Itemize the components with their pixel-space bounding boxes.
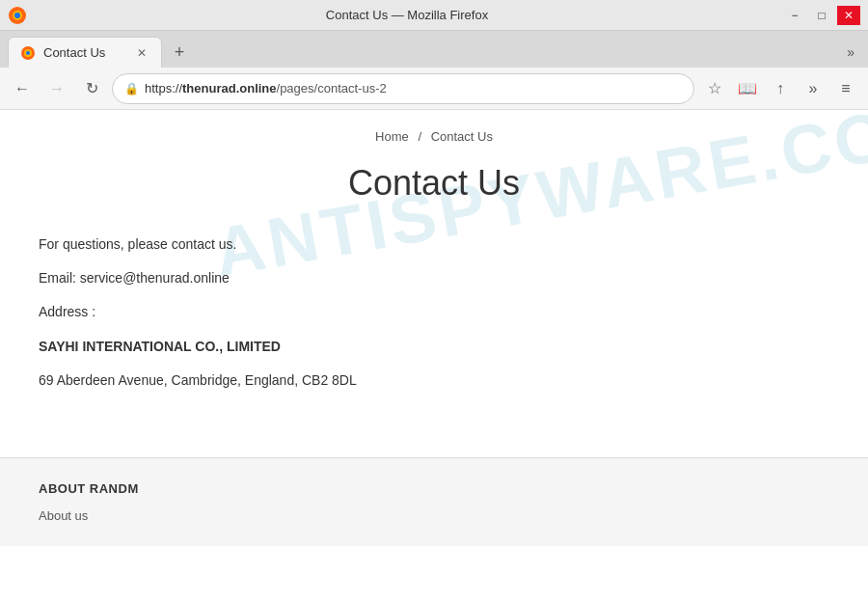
extensions-button[interactable]: » — [799, 74, 827, 103]
navbar: ← → ↻ 🔒 https://thenurad.online/pages/co… — [0, 68, 868, 110]
reload-button[interactable]: ↻ — [77, 74, 106, 103]
tab-expand-button[interactable]: » — [841, 41, 860, 64]
svg-point-5 — [26, 51, 30, 55]
menu-button[interactable]: ≡ — [831, 74, 860, 103]
active-tab[interactable]: Contact Us ✕ — [8, 37, 162, 68]
maximize-button[interactable]: □ — [810, 6, 833, 25]
page-main: ANTISPYWARE.COM Home / Contact Us Contac… — [0, 110, 868, 457]
titlebar: Contact Us — Mozilla Firefox − □ ✕ — [0, 0, 868, 31]
forward-button[interactable]: → — [42, 74, 71, 103]
pocket-button[interactable]: 📖 — [733, 74, 762, 103]
company-address: 69 Aberdeen Avenue, Cambridge, England, … — [39, 369, 829, 393]
address-url: https://thenurad.online/pages/contact-us… — [145, 81, 682, 96]
breadcrumb-home[interactable]: Home — [375, 129, 409, 144]
contact-email: Email: service@thenurad.online — [39, 266, 829, 290]
page-footer: ABOUT RANDM About us — [0, 457, 868, 546]
nav-actions: ☆ 📖 ↑ » ≡ — [700, 74, 860, 103]
url-protocol: https:// — [145, 81, 182, 96]
browser-content: ANTISPYWARE.COM Home / Contact Us Contac… — [0, 110, 868, 601]
email-value: service@thenurad.online — [80, 270, 230, 286]
breadcrumb-current: Contact Us — [431, 129, 493, 144]
page-heading: Contact Us — [39, 163, 829, 204]
lock-icon: 🔒 — [124, 82, 139, 96]
new-tab-button[interactable]: + — [166, 39, 193, 66]
url-path: /pages/contact-us-2 — [277, 81, 387, 96]
footer-about-us-link[interactable]: About us — [39, 508, 88, 523]
breadcrumb: Home / Contact Us — [39, 129, 829, 144]
tab-title: Contact Us — [43, 45, 126, 60]
firefox-logo-icon — [8, 6, 27, 25]
window-controls: − □ ✕ — [783, 6, 860, 25]
footer-section-title: ABOUT RANDM — [39, 481, 829, 496]
intro-text: For questions, please contact us. — [39, 232, 829, 257]
contact-body: For questions, please contact us. Email:… — [39, 232, 829, 393]
close-button[interactable]: ✕ — [837, 6, 860, 25]
window-title: Contact Us — Mozilla Firefox — [31, 8, 783, 22]
address-bar[interactable]: 🔒 https://thenurad.online/pages/contact-… — [112, 73, 694, 104]
email-label: Email: — [39, 270, 76, 286]
tab-close-button[interactable]: ✕ — [134, 45, 149, 61]
tabbar: Contact Us ✕ + » — [0, 31, 868, 68]
breadcrumb-separator: / — [418, 129, 421, 144]
url-domain: thenurad.online — [182, 81, 277, 96]
back-button[interactable]: ← — [8, 74, 37, 103]
svg-point-2 — [14, 13, 20, 18]
company-name: SAYHI INTERNATIONAL CO., LIMITED — [39, 335, 829, 359]
address-label: Address : — [39, 300, 829, 324]
share-button[interactable]: ↑ — [766, 74, 795, 103]
tab-favicon-icon — [20, 45, 36, 61]
minimize-button[interactable]: − — [783, 6, 806, 25]
bookmark-button[interactable]: ☆ — [700, 74, 729, 103]
